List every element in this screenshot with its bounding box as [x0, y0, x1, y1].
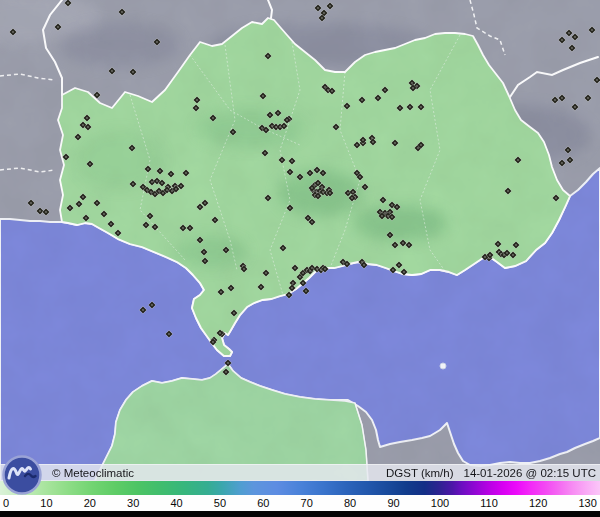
scale-tick-label: 60: [257, 497, 269, 509]
color-scale-gradient: [0, 481, 600, 495]
scale-tick-label: 110: [480, 497, 498, 509]
scale-tick-label: 50: [214, 497, 226, 509]
scale-tick-label: 70: [301, 497, 313, 509]
scale-tick-label: 80: [344, 497, 356, 509]
variable-label: DGST (km/h): [386, 465, 454, 482]
meteoclimatic-wave-icon: [2, 455, 42, 495]
scale-tick-label: 10: [40, 497, 52, 509]
map-canvas: [0, 0, 600, 481]
terrain-texture: [0, 0, 600, 481]
scale-tick-label: 130: [578, 497, 596, 509]
scale-tick-label: 30: [127, 497, 139, 509]
timestamp: 14-01-2026 @ 02:15 UTC: [464, 465, 597, 482]
color-scale-tick-labels: 0102030405060708090100110120130: [0, 495, 600, 511]
base-map-svg: [0, 0, 600, 481]
scale-tick-label: 40: [170, 497, 182, 509]
scale-tick-label: 90: [387, 497, 399, 509]
scale-tick-label: 120: [529, 497, 547, 509]
attribution-strip: © Meteoclimatic DGST (km/h) 14-01-2026 @…: [0, 464, 600, 481]
scale-tick-label: 0: [3, 497, 9, 509]
meteoclimatic-logo[interactable]: [2, 455, 42, 495]
scale-tick-label: 100: [431, 497, 449, 509]
weather-map-screenshot: © Meteoclimatic DGST (km/h) 14-01-2026 @…: [0, 0, 600, 517]
bottom-black-bar: [0, 511, 600, 517]
scale-tick-label: 20: [84, 497, 96, 509]
